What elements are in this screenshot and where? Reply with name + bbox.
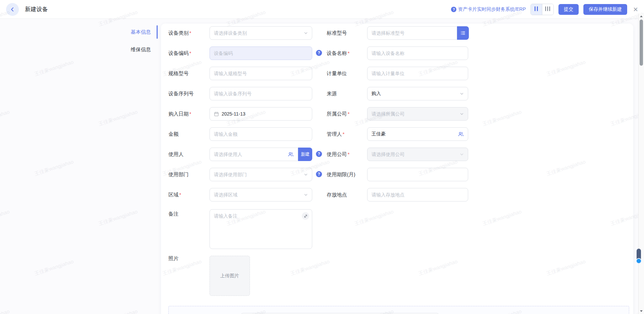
back-button[interactable]	[6, 3, 19, 16]
user-help-icon[interactable]: ?	[316, 151, 322, 157]
standard-model-inputbox[interactable]	[367, 26, 457, 40]
standard-model-list-button[interactable]	[457, 26, 469, 40]
remark-field[interactable]	[210, 209, 312, 249]
usage-period-input[interactable]	[372, 172, 464, 177]
content-area: 基本信息 维保信息 设备类别* 标准型号 设备编码*	[0, 19, 644, 314]
three-column-layout-button[interactable]	[542, 4, 553, 15]
device-code-help-icon[interactable]: ?	[316, 50, 322, 56]
purchase-date-field[interactable]	[210, 107, 312, 121]
using-company-select[interactable]	[367, 148, 468, 161]
purchase-date-input[interactable]	[222, 111, 308, 117]
device-name-field[interactable]	[367, 46, 468, 60]
form-card: 设备类别* 标准型号 设备编码* ? 设备名称* 规格型号	[161, 24, 633, 314]
using-department-label: 使用部门	[168, 168, 189, 181]
standard-model-field	[367, 26, 469, 40]
upload-text: 上传图片	[220, 273, 239, 279]
chevron-down-icon	[460, 112, 464, 116]
serial-number-label: 设备序列号	[168, 87, 194, 100]
using-company-label: 使用公司*	[327, 148, 350, 161]
remark-textarea[interactable]	[210, 210, 312, 249]
device-name-label: 设备名称*	[327, 46, 350, 60]
device-category-input[interactable]	[214, 30, 301, 36]
users-icon[interactable]	[288, 151, 294, 157]
unit-field[interactable]	[367, 67, 468, 80]
save-and-continue-button[interactable]: 保存并继续新建	[583, 4, 627, 15]
dashed-section	[168, 306, 629, 314]
vertical-scrollbar[interactable]	[638, 13, 644, 314]
tab-maintenance-info-label: 维保信息	[131, 46, 151, 52]
amount-label: 金额	[168, 127, 179, 141]
spec-model-label: 规格型号	[168, 67, 189, 80]
scroll-down-arrow-icon[interactable]	[640, 310, 643, 312]
photo-upload[interactable]: 上传图片	[210, 256, 250, 296]
manager-input[interactable]	[372, 131, 455, 137]
two-column-layout-button[interactable]	[531, 4, 542, 15]
storage-location-field[interactable]	[367, 188, 468, 201]
user-field: 新建	[210, 148, 312, 161]
serial-number-input[interactable]	[214, 91, 308, 96]
device-category-label: 设备类别*	[168, 26, 191, 40]
standard-model-input[interactable]	[372, 30, 453, 36]
users-icon[interactable]	[458, 131, 464, 137]
tab-maintenance-info[interactable]: 维保信息	[108, 42, 158, 57]
three-column-icon	[545, 6, 551, 12]
area-select[interactable]	[210, 188, 312, 201]
widget-bulb	[636, 258, 642, 264]
using-department-select[interactable]	[210, 168, 312, 181]
scrollbar-thumb[interactable]	[640, 20, 643, 66]
close-button[interactable]: ×	[633, 5, 638, 13]
usage-period-field[interactable]	[367, 168, 468, 181]
source-input[interactable]	[372, 91, 457, 96]
source-select[interactable]	[367, 87, 468, 100]
expand-icon[interactable]	[302, 212, 309, 220]
help-icon: ?	[451, 7, 456, 12]
source-label: 来源	[327, 87, 337, 100]
two-column-icon	[534, 6, 539, 12]
storage-location-input[interactable]	[372, 192, 464, 197]
page-title: 新建设备	[25, 5, 48, 13]
area-label: 区域*	[168, 188, 181, 201]
serial-number-field[interactable]	[210, 87, 312, 100]
amount-field[interactable]	[210, 127, 312, 141]
user-input[interactable]	[214, 152, 285, 157]
active-tab-indicator	[157, 25, 158, 39]
company-label: 所属公司*	[327, 107, 350, 121]
tab-basic-info[interactable]: 基本信息	[108, 24, 158, 40]
section-tabs: 基本信息 维保信息	[108, 24, 158, 59]
remark-label: 备注	[168, 211, 179, 224]
storage-location-label: 存放地点	[327, 188, 347, 201]
chevron-down-icon	[460, 92, 464, 96]
spec-model-field[interactable]	[210, 67, 312, 80]
submit-button[interactable]: 提交	[558, 4, 579, 15]
user-inputbox[interactable]	[210, 148, 298, 161]
manager-field[interactable]	[367, 127, 468, 141]
using-company-input[interactable]	[372, 152, 457, 157]
amount-input[interactable]	[214, 131, 308, 137]
using-department-help-icon[interactable]: ?	[316, 171, 322, 177]
layout-toggle	[530, 4, 554, 15]
chevron-down-icon	[304, 193, 308, 197]
photo-label: 照片	[168, 255, 179, 269]
calendar-icon	[214, 112, 219, 117]
device-category-select[interactable]	[210, 26, 312, 40]
using-department-input[interactable]	[214, 172, 301, 177]
spec-model-input[interactable]	[214, 71, 308, 76]
unit-input[interactable]	[372, 71, 464, 76]
company-input[interactable]	[372, 111, 457, 117]
chevron-down-icon	[304, 31, 308, 35]
purchase-date-label: 购入日期*	[168, 107, 191, 121]
device-name-input[interactable]	[372, 51, 464, 56]
new-user-button[interactable]: 新建	[298, 148, 312, 161]
erp-sync-link[interactable]: ? 资产卡片实时同步财务系统/ERP	[451, 6, 526, 12]
page-header: 新建设备 ? 资产卡片实时同步财务系统/ERP 提交 保存并继续新建 ×	[0, 0, 644, 19]
chevron-down-icon	[304, 172, 308, 177]
device-code-input	[214, 51, 308, 56]
area-input[interactable]	[214, 192, 301, 197]
tab-basic-info-label: 基本信息	[131, 29, 151, 35]
usage-period-label: 使用期限(月)	[327, 168, 355, 181]
device-code-field	[210, 46, 312, 60]
company-select[interactable]	[367, 107, 468, 121]
standard-model-label: 标准型号	[327, 26, 347, 40]
scroll-up-arrow-icon[interactable]	[640, 15, 643, 17]
floating-widget[interactable]	[637, 249, 641, 261]
